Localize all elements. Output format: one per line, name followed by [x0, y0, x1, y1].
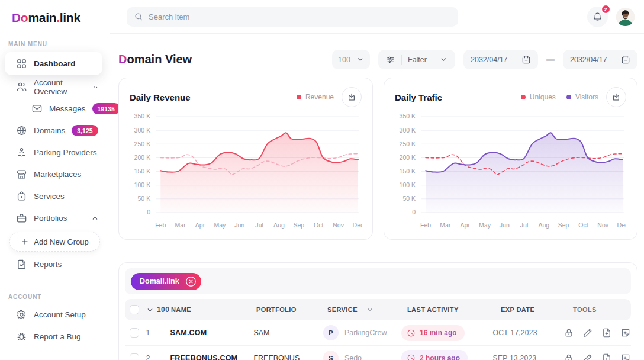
- sidebar-item-reports[interactable]: Reports: [0, 253, 110, 275]
- sidebar-item-account-setup[interactable]: Account Setup: [0, 304, 110, 326]
- svg-text:150 K: 150 K: [134, 168, 151, 175]
- domains-table-card: Domail.link 100 NAME PORTFOLIO S: [118, 262, 637, 360]
- date-from-picker[interactable]: 2032/04/17: [463, 50, 538, 69]
- chip-close-icon[interactable]: [185, 275, 197, 288]
- notification-count-badge: 2: [601, 4, 611, 14]
- svg-text:Jul: Jul: [255, 221, 263, 229]
- portfolio-name: FREEBONUS: [253, 354, 300, 360]
- header-checkbox-cell: [125, 305, 146, 314]
- globe-icon: [16, 125, 27, 136]
- file-plus-icon[interactable]: [601, 353, 612, 360]
- sidebar-item-report-a-bug[interactable]: Report a Bug: [0, 326, 110, 348]
- sidebar-item-label: Messages: [49, 104, 86, 113]
- account-section-label: ACCOUNT: [8, 294, 110, 300]
- page-size-dropdown[interactable]: 100: [332, 50, 370, 69]
- edit-pencil-icon[interactable]: [582, 353, 593, 360]
- sidebar-item-services[interactable]: Services: [0, 185, 110, 207]
- date-range-separator: —: [546, 55, 555, 65]
- report-document-icon: [16, 259, 27, 270]
- lock-icon[interactable]: [564, 327, 574, 338]
- svg-text:Sep: Sep: [293, 221, 304, 229]
- sidebar-item-parking-providers[interactable]: Parking Providers: [0, 142, 110, 163]
- notifications-button[interactable]: 2: [587, 7, 608, 27]
- download-icon: [347, 92, 356, 102]
- note-plus-icon[interactable]: [620, 353, 631, 360]
- chevron-up-icon[interactable]: [91, 214, 99, 222]
- filter-chip-label: Domail.link: [140, 277, 179, 285]
- search-icon: [134, 12, 143, 21]
- add-new-group-button[interactable]: Add New Group: [9, 232, 100, 252]
- legend-label: Revenue: [305, 93, 334, 101]
- brand-logo[interactable]: Domain.link: [12, 11, 110, 25]
- header-service-label: SERVICE: [327, 306, 358, 313]
- sidebar-item-domains[interactable]: Domains 3,125: [0, 120, 110, 142]
- legend-item-uniques: Uniques: [521, 93, 556, 101]
- chevron-up-icon[interactable]: [92, 83, 99, 91]
- file-plus-icon[interactable]: [601, 327, 612, 338]
- plus-icon: [21, 237, 29, 246]
- gear-icon: [16, 309, 27, 320]
- bug-icon: [16, 331, 27, 342]
- row-checkbox[interactable]: [130, 328, 139, 338]
- sidebar-item-portfolios[interactable]: Portfolios: [0, 207, 110, 229]
- sidebar-item-messages[interactable]: Messages 19135: [0, 98, 110, 120]
- sidebar-item-dashboard[interactable]: Dashboard: [5, 52, 102, 75]
- logo-main-part: main: [28, 11, 56, 24]
- mail-icon: [31, 103, 43, 114]
- domain-name[interactable]: SAM.COM: [170, 329, 207, 337]
- legend-item-revenue: Revenue: [297, 93, 334, 101]
- daily-revenue-chart: 350 K300 K250 K200 K150 K100 K50 K0FebMa…: [130, 108, 362, 230]
- page-header: Domain View 100 Falter 2032/04/17: [118, 50, 637, 69]
- sidebar-item-label: Reports: [34, 260, 62, 269]
- header-last-activity: LAST ACTIVITY: [407, 306, 501, 313]
- select-all-checkbox[interactable]: [130, 305, 139, 314]
- svg-text:200 K: 200 K: [400, 154, 416, 161]
- tools-cell: [564, 327, 631, 338]
- page-size-value: 100: [338, 56, 350, 64]
- domain-filter-chip[interactable]: Domail.link: [131, 273, 201, 290]
- service-name: ParkingCrew: [344, 329, 387, 337]
- sidebar-divider: [8, 285, 101, 285]
- header-portfolio: PORTFOLIO: [256, 306, 327, 313]
- sidebar-item-label: Parking Providers: [34, 148, 97, 157]
- filter-dropdown[interactable]: Falter: [378, 50, 455, 69]
- legend-label: Visitors: [575, 93, 598, 101]
- header-tools: TOOLS: [573, 306, 631, 313]
- chart-header: Daily Revenue Revenue: [130, 87, 362, 107]
- domain-name[interactable]: FREEBONUS.COM: [170, 354, 238, 360]
- note-plus-icon[interactable]: [620, 327, 631, 338]
- svg-text:0: 0: [147, 209, 150, 216]
- search-bar[interactable]: [127, 7, 458, 27]
- service-initial-avatar: S: [323, 351, 339, 360]
- clock-icon: [407, 329, 416, 338]
- sidebar-item-marketplaces[interactable]: Marketplaces: [0, 163, 110, 185]
- logo-tld-part: link: [60, 11, 80, 24]
- add-new-group-label: Add New Group: [34, 237, 89, 246]
- svg-text:Sep: Sep: [558, 221, 569, 229]
- lock-icon[interactable]: [564, 353, 574, 360]
- clock-icon: [407, 353, 416, 360]
- date-to-picker[interactable]: 2032/04/17: [563, 50, 637, 69]
- download-chart-button[interactable]: [342, 87, 362, 107]
- sidebar-item-account-overview[interactable]: Account Overview: [0, 76, 110, 98]
- svg-text:Oct: Oct: [578, 221, 588, 229]
- svg-text:300 K: 300 K: [400, 127, 416, 134]
- download-chart-button[interactable]: [606, 87, 626, 107]
- header-name: NAME: [171, 306, 256, 313]
- svg-text:Jun: Jun: [500, 221, 510, 229]
- chevron-down-icon: [440, 56, 447, 63]
- row-index: 2: [146, 354, 150, 360]
- svg-text:Dec: Dec: [353, 221, 362, 229]
- row-checkbox[interactable]: [130, 353, 139, 360]
- parking-provider-icon: [16, 147, 27, 158]
- search-input[interactable]: [149, 12, 451, 21]
- edit-pencil-icon[interactable]: [582, 327, 593, 338]
- svg-text:May: May: [214, 221, 226, 229]
- header-controls: 100 Falter 2032/04/17 —: [332, 50, 637, 69]
- svg-text:350 K: 350 K: [134, 113, 151, 120]
- briefcase-icon: [16, 213, 27, 224]
- user-avatar[interactable]: [616, 8, 635, 26]
- header-service[interactable]: SERVICE: [327, 306, 407, 313]
- header-count-cell[interactable]: 100: [146, 306, 171, 314]
- download-icon: [611, 92, 621, 102]
